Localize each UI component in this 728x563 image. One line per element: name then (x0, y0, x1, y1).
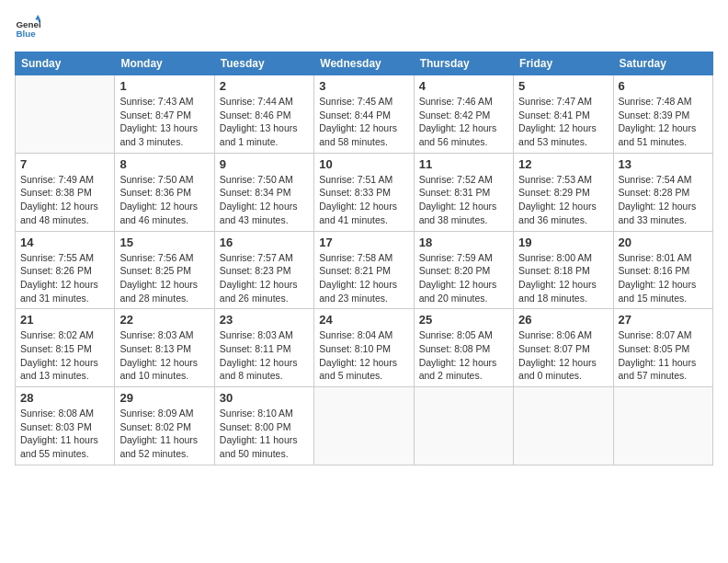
day-number: 3 (319, 79, 408, 93)
day-number: 6 (619, 79, 708, 93)
day-cell: 2Sunrise: 7:44 AM Sunset: 8:46 PM Daylig… (214, 75, 313, 154)
day-number: 7 (20, 157, 109, 171)
day-info: Sunrise: 8:10 AM Sunset: 8:00 PM Dayligh… (220, 407, 309, 461)
day-cell: 5Sunrise: 7:47 AM Sunset: 8:41 PM Daylig… (514, 75, 613, 154)
day-cell (514, 387, 613, 465)
day-cell: 13Sunrise: 7:54 AM Sunset: 8:28 PM Dayli… (613, 153, 712, 231)
day-number: 29 (119, 391, 209, 405)
day-cell (16, 75, 115, 154)
day-cell: 3Sunrise: 7:45 AM Sunset: 8:44 PM Daylig… (314, 75, 414, 154)
day-info: Sunrise: 8:00 AM Sunset: 8:18 PM Dayligh… (518, 251, 608, 305)
day-info: Sunrise: 8:08 AM Sunset: 8:03 PM Dayligh… (20, 407, 109, 461)
day-info: Sunrise: 8:07 AM Sunset: 8:05 PM Dayligh… (619, 328, 708, 383)
day-cell: 23Sunrise: 8:03 AM Sunset: 8:11 PM Dayli… (214, 309, 313, 387)
day-cell (613, 387, 712, 465)
day-number: 9 (220, 157, 309, 171)
day-number: 30 (220, 391, 309, 405)
day-info: Sunrise: 7:46 AM Sunset: 8:42 PM Dayligh… (419, 95, 508, 149)
day-number: 10 (319, 157, 408, 171)
day-info: Sunrise: 7:51 AM Sunset: 8:33 PM Dayligh… (319, 173, 408, 227)
day-info: Sunrise: 8:02 AM Sunset: 8:15 PM Dayligh… (20, 328, 109, 383)
week-row-5: 28Sunrise: 8:08 AM Sunset: 8:03 PM Dayli… (16, 387, 713, 465)
day-info: Sunrise: 8:03 AM Sunset: 8:13 PM Dayligh… (119, 328, 209, 383)
day-info: Sunrise: 7:59 AM Sunset: 8:20 PM Dayligh… (419, 251, 508, 305)
day-info: Sunrise: 7:55 AM Sunset: 8:26 PM Dayligh… (20, 251, 109, 305)
day-cell: 15Sunrise: 7:56 AM Sunset: 8:25 PM Dayli… (115, 231, 214, 309)
day-cell: 19Sunrise: 8:00 AM Sunset: 8:18 PM Dayli… (514, 231, 613, 309)
day-cell: 30Sunrise: 8:10 AM Sunset: 8:00 PM Dayli… (214, 387, 313, 465)
day-cell: 21Sunrise: 8:02 AM Sunset: 8:15 PM Dayli… (16, 309, 115, 387)
day-number: 28 (20, 391, 109, 405)
day-info: Sunrise: 7:54 AM Sunset: 8:28 PM Dayligh… (619, 173, 708, 227)
day-cell: 17Sunrise: 7:58 AM Sunset: 8:21 PM Dayli… (314, 231, 414, 309)
calendar-table: SundayMondayTuesdayWednesdayThursdayFrid… (15, 52, 713, 465)
day-cell: 28Sunrise: 8:08 AM Sunset: 8:03 PM Dayli… (16, 387, 115, 465)
day-info: Sunrise: 8:04 AM Sunset: 8:10 PM Dayligh… (319, 328, 408, 383)
day-info: Sunrise: 8:09 AM Sunset: 8:02 PM Dayligh… (119, 407, 209, 461)
week-row-2: 7Sunrise: 7:49 AM Sunset: 8:38 PM Daylig… (16, 153, 713, 231)
day-info: Sunrise: 7:43 AM Sunset: 8:47 PM Dayligh… (119, 95, 209, 149)
column-header-tuesday: Tuesday (214, 52, 313, 75)
day-cell: 26Sunrise: 8:06 AM Sunset: 8:07 PM Dayli… (514, 309, 613, 387)
day-cell: 1Sunrise: 7:43 AM Sunset: 8:47 PM Daylig… (115, 75, 214, 154)
day-number: 22 (119, 313, 209, 327)
day-info: Sunrise: 7:48 AM Sunset: 8:39 PM Dayligh… (619, 95, 708, 149)
day-cell: 10Sunrise: 7:51 AM Sunset: 8:33 PM Dayli… (314, 153, 414, 231)
day-cell: 22Sunrise: 8:03 AM Sunset: 8:13 PM Dayli… (115, 309, 214, 387)
day-cell: 14Sunrise: 7:55 AM Sunset: 8:26 PM Dayli… (16, 231, 115, 309)
column-header-sunday: Sunday (16, 52, 115, 75)
day-info: Sunrise: 8:03 AM Sunset: 8:11 PM Dayligh… (220, 328, 309, 383)
day-number: 24 (319, 313, 408, 327)
day-number: 26 (518, 313, 608, 327)
day-cell: 18Sunrise: 7:59 AM Sunset: 8:20 PM Dayli… (414, 231, 513, 309)
day-info: Sunrise: 8:01 AM Sunset: 8:16 PM Dayligh… (619, 251, 708, 305)
day-info: Sunrise: 7:56 AM Sunset: 8:25 PM Dayligh… (119, 251, 209, 305)
day-number: 27 (619, 313, 708, 327)
day-cell: 29Sunrise: 8:09 AM Sunset: 8:02 PM Dayli… (115, 387, 214, 465)
svg-text:Blue: Blue (16, 29, 36, 39)
day-number: 19 (518, 236, 608, 249)
day-cell: 20Sunrise: 8:01 AM Sunset: 8:16 PM Dayli… (613, 231, 712, 309)
week-row-3: 14Sunrise: 7:55 AM Sunset: 8:26 PM Dayli… (16, 231, 713, 309)
day-cell: 6Sunrise: 7:48 AM Sunset: 8:39 PM Daylig… (613, 75, 712, 154)
day-info: Sunrise: 8:06 AM Sunset: 8:07 PM Dayligh… (518, 328, 608, 383)
calendar-header: SundayMondayTuesdayWednesdayThursdayFrid… (16, 52, 713, 75)
day-cell: 27Sunrise: 8:07 AM Sunset: 8:05 PM Dayli… (613, 309, 712, 387)
week-row-1: 1Sunrise: 7:43 AM Sunset: 8:47 PM Daylig… (16, 75, 713, 154)
day-info: Sunrise: 7:47 AM Sunset: 8:41 PM Dayligh… (518, 95, 608, 149)
column-header-saturday: Saturday (613, 52, 712, 75)
day-info: Sunrise: 7:50 AM Sunset: 8:36 PM Dayligh… (119, 173, 209, 227)
column-header-friday: Friday (514, 52, 613, 75)
day-cell: 24Sunrise: 8:04 AM Sunset: 8:10 PM Dayli… (314, 309, 414, 387)
day-cell (414, 387, 513, 465)
day-number: 16 (220, 236, 309, 249)
day-cell: 7Sunrise: 7:49 AM Sunset: 8:38 PM Daylig… (16, 153, 115, 231)
day-number: 23 (220, 313, 309, 327)
day-number: 11 (419, 157, 508, 171)
day-number: 2 (220, 79, 309, 93)
day-cell: 25Sunrise: 8:05 AM Sunset: 8:08 PM Dayli… (414, 309, 513, 387)
day-cell: 11Sunrise: 7:52 AM Sunset: 8:31 PM Dayli… (414, 153, 513, 231)
svg-marker-2 (35, 15, 40, 20)
day-number: 5 (518, 79, 608, 93)
day-number: 8 (119, 157, 209, 171)
day-info: Sunrise: 7:58 AM Sunset: 8:21 PM Dayligh… (319, 251, 408, 305)
column-header-thursday: Thursday (414, 52, 513, 75)
day-number: 13 (619, 157, 708, 171)
day-number: 14 (20, 236, 109, 249)
day-info: Sunrise: 7:53 AM Sunset: 8:29 PM Dayligh… (518, 173, 608, 227)
day-number: 4 (419, 79, 508, 93)
day-number: 25 (419, 313, 508, 327)
day-info: Sunrise: 7:45 AM Sunset: 8:44 PM Dayligh… (319, 95, 408, 149)
day-info: Sunrise: 8:05 AM Sunset: 8:08 PM Dayligh… (419, 328, 508, 383)
logo-icon: General Blue (15, 15, 40, 40)
day-number: 1 (119, 79, 209, 93)
week-row-4: 21Sunrise: 8:02 AM Sunset: 8:15 PM Dayli… (16, 309, 713, 387)
day-info: Sunrise: 7:57 AM Sunset: 8:23 PM Dayligh… (220, 251, 309, 305)
day-number: 15 (119, 236, 209, 249)
day-number: 18 (419, 236, 508, 249)
day-info: Sunrise: 7:49 AM Sunset: 8:38 PM Dayligh… (20, 173, 109, 227)
day-cell: 9Sunrise: 7:50 AM Sunset: 8:34 PM Daylig… (214, 153, 313, 231)
day-info: Sunrise: 7:52 AM Sunset: 8:31 PM Dayligh… (419, 173, 508, 227)
day-cell: 16Sunrise: 7:57 AM Sunset: 8:23 PM Dayli… (214, 231, 313, 309)
